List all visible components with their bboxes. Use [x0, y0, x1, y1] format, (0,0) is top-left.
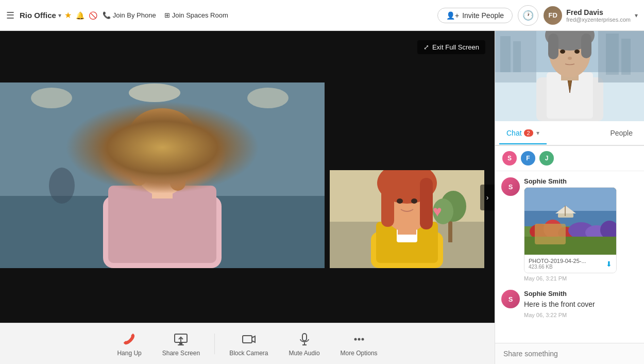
chat-tab-label: Chat [506, 129, 522, 137]
user-dropdown-icon[interactable]: ▾ [635, 12, 638, 19]
share-input[interactable] [503, 350, 636, 358]
microphone-icon [296, 331, 313, 348]
more-options-control[interactable]: More Options [330, 327, 388, 361]
message-content-1: Sophie Smith [524, 177, 638, 282]
sophie-avatar-2: S [501, 290, 520, 308]
svg-point-2 [31, 88, 72, 108]
svg-point-40 [354, 338, 357, 340]
svg-point-4 [247, 88, 289, 108]
share-bar [495, 343, 644, 364]
svg-point-30 [397, 198, 403, 204]
clock-button[interactable]: 🕐 [518, 5, 538, 26]
phone-icon: 📞 [103, 11, 111, 19]
svg-rect-51 [581, 34, 591, 58]
no-video-icon[interactable]: 🚫 [89, 11, 97, 20]
room-dropdown-icon[interactable]: ▾ [58, 12, 61, 19]
main-participant-video [0, 82, 325, 268]
svg-rect-11 [131, 124, 147, 186]
menu-icon[interactable]: ☰ [6, 10, 14, 21]
star-icon[interactable]: ★ [64, 10, 72, 20]
tab-people[interactable]: People [603, 123, 640, 143]
right-panel: Chat 2 ▾ People S F J S [495, 31, 644, 364]
bell-icon[interactable]: 🔔 [76, 11, 84, 20]
join-spaces-label: Join Spaces Room [172, 11, 228, 19]
main-video-tile [0, 82, 325, 268]
svg-point-10 [129, 108, 196, 160]
msg-time-2: May 06, 3:22 PM [524, 312, 638, 318]
hang-up-label: Hang Up [117, 350, 141, 357]
svg-point-41 [358, 338, 360, 340]
msg-text-2: Here is the front cover [524, 300, 638, 310]
expand-panel-button[interactable]: › [480, 185, 495, 210]
svg-rect-65 [558, 213, 573, 218]
exit-fullscreen-button[interactable]: ⤢ Exit Full Screen [417, 40, 485, 54]
mute-audio-label: Mute Audio [289, 350, 320, 357]
svg-rect-57 [500, 36, 511, 72]
share-screen-label: Share Screen [162, 350, 200, 357]
block-camera-control[interactable]: Block Camera [219, 327, 278, 361]
msg-time-1: May 06, 3:21 PM [524, 275, 638, 282]
svg-rect-63 [524, 188, 617, 211]
chat-tab-dropdown-icon[interactable]: ▾ [536, 129, 539, 137]
user-details: Fred Davis fred@xyzenterprises.com [566, 8, 631, 23]
meeting-controls: Hang Up Share Screen Block Camera Mute A [0, 323, 495, 364]
photo-attachment[interactable]: PHOTO-2019-04-25-... 423.66 KB ⬇ [524, 187, 617, 273]
svg-rect-28 [381, 180, 394, 227]
chat-tabs-bar: Chat 2 ▾ People [495, 121, 644, 146]
user-email: fred@xyzenterprises.com [566, 16, 631, 23]
svg-rect-36 [243, 336, 252, 343]
room-name[interactable]: Rio Office [20, 11, 56, 20]
message-row-1: S Sophie Smith [501, 177, 638, 282]
chat-messages: S Sophie Smith [495, 171, 644, 343]
photo-name: PHOTO-2019-04-25-... [529, 258, 586, 264]
participant-avatars-row: S F J [495, 146, 644, 171]
join-spaces-room-button[interactable]: ⊞ Join Spaces Room [164, 11, 228, 19]
room-icons: ★ 🔔 🚫 [64, 10, 97, 20]
hangup-icon [121, 331, 138, 348]
svg-point-68 [544, 220, 562, 238]
download-icon[interactable]: ⬇ [606, 260, 612, 268]
join-phone-label: Join By Phone [113, 11, 156, 19]
camera-icon [241, 331, 257, 348]
photo-thumbnail [524, 188, 617, 255]
secondary-video-tile: ♥ [330, 170, 484, 268]
spaces-icon: ⊞ [164, 11, 170, 19]
video-grid: ♥ [0, 31, 495, 364]
join-by-phone-button[interactable]: 📞 Join By Phone [103, 11, 156, 19]
svg-point-5 [49, 168, 75, 204]
message-content-2: Sophie Smith Here is the front cover May… [524, 290, 638, 318]
svg-rect-59 [606, 34, 619, 75]
invite-people-button[interactable]: 👤+ Invite People [437, 8, 513, 23]
user-profile[interactable]: FD Fred Davis fred@xyzenterprises.com ▾ [544, 6, 638, 25]
svg-rect-33 [179, 342, 182, 344]
photo-size: 423.66 KB [529, 264, 586, 270]
svg-point-3 [129, 84, 180, 102]
people-tab-label: People [610, 129, 633, 137]
controls-divider [214, 334, 215, 354]
share-screen-control[interactable]: Share Screen [152, 327, 210, 361]
svg-rect-37 [302, 334, 307, 341]
mute-audio-control[interactable]: Mute Audio [279, 327, 330, 361]
topbar: ☰ Rio Office ▾ ★ 🔔 🚫 📞 Join By Phone ⊞ J… [0, 0, 644, 31]
svg-rect-12 [170, 124, 185, 191]
svg-point-42 [361, 338, 364, 340]
svg-rect-56 [598, 31, 644, 82]
svg-point-54 [568, 57, 572, 60]
participant-avatar-2: F [520, 150, 536, 167]
fullscreen-icon: ⤢ [423, 43, 429, 51]
svg-rect-34 [178, 344, 184, 345]
svg-point-14 [167, 156, 175, 161]
sophie-avatar-1: S [501, 177, 520, 196]
participant-video [495, 31, 644, 121]
hang-up-control[interactable]: Hang Up [107, 327, 151, 361]
share-screen-icon [173, 331, 189, 348]
svg-point-31 [411, 198, 417, 204]
svg-text:♥: ♥ [433, 203, 442, 220]
avatar: FD [544, 6, 562, 25]
participant-avatar-3: J [538, 150, 555, 167]
user-name: Fred Davis [566, 8, 631, 16]
tab-chat[interactable]: Chat 2 ▾ [499, 123, 547, 144]
svg-rect-60 [621, 39, 631, 75]
svg-point-15 [160, 166, 164, 169]
svg-rect-58 [513, 41, 521, 72]
